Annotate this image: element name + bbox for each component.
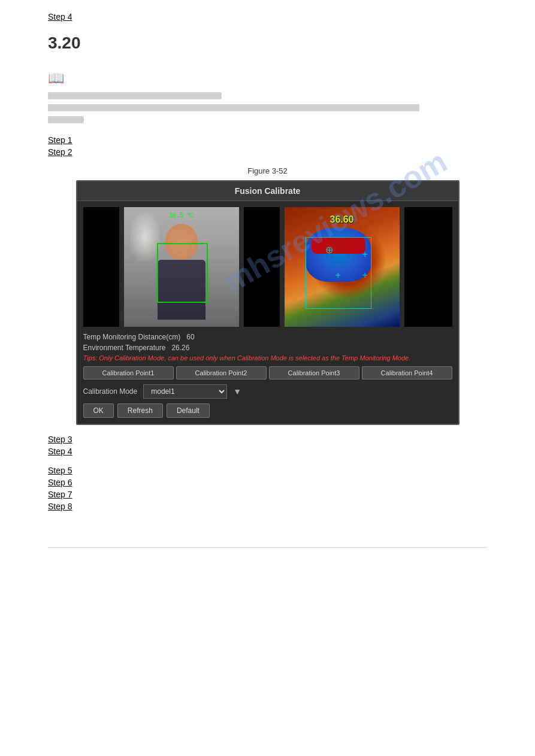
crosshair-2: +: [362, 249, 368, 260]
step1-link[interactable]: Step 1: [48, 135, 487, 145]
note-line-2: [48, 104, 419, 111]
black-panel-left: [83, 207, 119, 327]
calib-mode-select[interactable]: model1 model2 model3: [143, 384, 227, 399]
cam-left-bright: [130, 213, 160, 261]
calib-point1-btn[interactable]: Calibration Point1: [83, 366, 174, 379]
camera-left[interactable]: 36.5 ℃: [124, 207, 239, 327]
refresh-button[interactable]: Refresh: [117, 403, 163, 418]
temp-monitoring-value: 60: [186, 333, 194, 341]
note-line-3: [48, 116, 84, 123]
steps-top-block: Step 1 Step 2: [48, 135, 487, 157]
environment-temp-value: 26.26: [171, 344, 189, 352]
default-button[interactable]: Default: [167, 403, 210, 418]
step6-link[interactable]: Step 6: [48, 478, 487, 487]
step4-top-link[interactable]: Step 4: [48, 12, 487, 22]
ok-button[interactable]: OK: [83, 403, 114, 418]
dialog-title: Fusion Calibrate: [77, 181, 458, 201]
step8-link[interactable]: Step 8: [48, 502, 487, 511]
page-wrapper: mhsreviews.com Step 4 3.20 📖 Step 1 Step…: [48, 12, 487, 550]
note-icon: 📖: [48, 71, 487, 86]
calib-point2-btn[interactable]: Calibration Point2: [176, 366, 267, 379]
note-lines-block: [48, 92, 487, 123]
crosshair-3: +: [335, 270, 341, 281]
calibration-buttons-row: Calibration Point1 Calibration Point2 Ca…: [83, 366, 452, 379]
calib-mode-label: Calibration Mode: [83, 387, 138, 396]
calib-mode-row: Calibration Mode model1 model2 model3 ▼: [83, 384, 452, 399]
step2-link[interactable]: Step 2: [48, 147, 487, 157]
figure-caption: Figure 3-52: [48, 166, 487, 175]
thermal-temperature: 36.60: [330, 214, 353, 225]
crosshair-1: ⊕: [325, 244, 333, 256]
warning-text: Tips: Only Calibration Mode, can be used…: [83, 354, 452, 362]
dropdown-arrow-icon: ▼: [233, 387, 241, 396]
steps-bottom-block: Step 5 Step 6 Step 7 Step 8: [48, 466, 487, 511]
action-buttons-row: OK Refresh Default: [83, 403, 452, 418]
step7-link[interactable]: Step 7: [48, 490, 487, 499]
page-footer: [48, 547, 487, 550]
fusion-calibrate-dialog: Fusion Calibrate 36.5 ℃: [76, 180, 460, 425]
cameras-row: 36.5 ℃ 36.60 ⊕ + +: [83, 207, 452, 327]
top-step-section: Step 4: [48, 12, 487, 22]
black-panel-middle: [244, 207, 280, 327]
black-panel-right: [404, 207, 452, 327]
section-number: 3.20: [48, 34, 487, 53]
crosshair-4: +: [362, 270, 368, 281]
step3-link[interactable]: Step 3: [48, 435, 487, 444]
note-line-1: [48, 92, 222, 99]
step5-link[interactable]: Step 5: [48, 466, 487, 475]
environment-temp-row: Environment Temperature 26.26: [83, 344, 452, 352]
dialog-content: 36.5 ℃ 36.60 ⊕ + +: [77, 201, 458, 424]
face-detection-box: [157, 243, 208, 303]
temp-monitoring-row: Temp Monitoring Distance(cm) 60: [83, 333, 452, 341]
calib-point4-btn[interactable]: Calibration Point4: [362, 366, 452, 379]
calib-point3-btn[interactable]: Calibration Point3: [269, 366, 359, 379]
face-temp-label: 36.5 ℃: [169, 212, 194, 218]
camera-right[interactable]: 36.60 ⊕ + + +: [285, 207, 400, 327]
steps-middle-block: Step 3 Step 4: [48, 435, 487, 456]
step4-bottom-link[interactable]: Step 4: [48, 447, 487, 456]
environment-temp-label: Environment Temperature: [83, 344, 166, 352]
temp-monitoring-label: Temp Monitoring Distance(cm): [83, 333, 181, 341]
